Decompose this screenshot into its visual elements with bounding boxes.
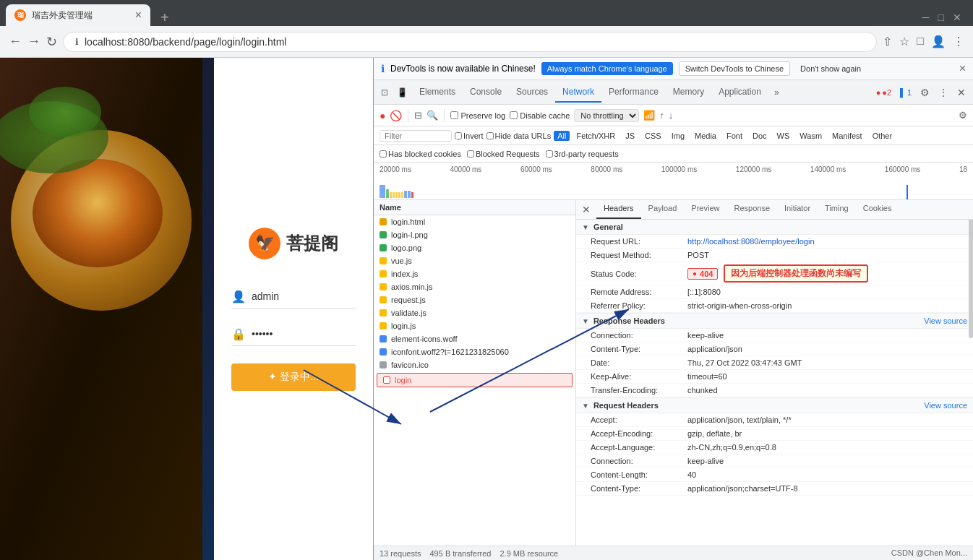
tab-response[interactable]: Response — [726, 200, 777, 219]
list-item[interactable]: login.html — [374, 215, 575, 228]
filter-input[interactable] — [380, 130, 452, 142]
no-show-button[interactable]: Don't show again — [796, 62, 865, 75]
tab-performance[interactable]: Performance — [601, 82, 666, 103]
preserve-log-label[interactable]: Preserve log — [450, 111, 505, 120]
list-item[interactable]: login.js — [374, 319, 575, 332]
menu-icon[interactable]: ⋮ — [953, 35, 964, 48]
tab-headers[interactable]: Headers — [596, 200, 641, 219]
back-button[interactable]: ← — [9, 34, 22, 49]
maximize-icon[interactable]: □ — [938, 12, 944, 23]
tab-elements[interactable]: Elements — [412, 82, 463, 103]
status-code-value: 404 — [700, 270, 713, 278]
filter-js[interactable]: JS — [622, 131, 638, 141]
password-value[interactable]: •••••• — [252, 328, 273, 340]
tab-timing[interactable]: Timing — [818, 200, 856, 219]
tab-favicon: 瑞 — [14, 9, 26, 21]
login-form: 👤 admin 🔒 •••••• ✦ 登录中... — [231, 285, 356, 391]
tab-initiator[interactable]: Initiator — [777, 200, 818, 219]
request-headers-header[interactable]: ▼ Request Headers View source — [576, 397, 973, 413]
filter-ws[interactable]: WS — [773, 131, 794, 141]
devtools-panel-icon[interactable]: ⊡ — [377, 87, 393, 98]
list-item[interactable]: logo.png — [374, 241, 575, 254]
tab-cookies[interactable]: Cookies — [856, 200, 899, 219]
filter-fetch-xhr[interactable]: Fetch/XHR — [573, 131, 619, 141]
tab-application[interactable]: Application — [711, 82, 768, 103]
download-icon[interactable]: ↓ — [669, 110, 674, 121]
hide-data-checkbox[interactable]: Hide data URLs — [486, 132, 552, 140]
close-devtools-icon[interactable]: ✕ — [953, 87, 970, 98]
tab-close-icon[interactable]: × — [135, 9, 142, 22]
response-headers-header[interactable]: ▼ Response Headers View source — [576, 313, 973, 329]
general-section-header[interactable]: ▼ General — [576, 220, 973, 235]
third-party-checkbox[interactable]: 3rd-party requests — [546, 150, 619, 158]
info-close-icon[interactable]: × — [959, 62, 966, 75]
list-item[interactable]: validate.js — [374, 306, 575, 319]
list-item[interactable]: request.js — [374, 293, 575, 306]
req-row-accept-language: Accept-Language: zh-CN,zh;q=0.9,en;q=0.8 — [576, 441, 973, 455]
online-icon[interactable]: 📶 — [643, 110, 655, 121]
scrollbar[interactable] — [969, 200, 973, 546]
filter-img[interactable]: Img — [668, 131, 688, 141]
blocked-requests-checkbox[interactable]: Blocked Requests — [467, 150, 540, 158]
filter-manifest[interactable]: Manifest — [828, 131, 866, 141]
profile-icon[interactable]: 👤 — [931, 35, 946, 48]
record-button[interactable]: ● — [380, 110, 385, 121]
star-icon[interactable]: ☆ — [899, 35, 909, 48]
referrer-row: Referrer Policy: strict-origin-when-cros… — [576, 299, 973, 313]
list-item[interactable]: axios.min.js — [374, 280, 575, 293]
login-button[interactable]: ✦ 登录中... — [231, 363, 356, 391]
filter-media[interactable]: Media — [691, 131, 720, 141]
settings-icon[interactable]: ⚙ — [916, 87, 934, 98]
new-tab-button[interactable]: + — [156, 9, 173, 26]
filter-other[interactable]: Other — [869, 131, 896, 141]
clear-button[interactable]: 🚫 — [390, 110, 402, 121]
list-item[interactable]: iconfont.woff2?t=1621231825060 — [374, 345, 575, 358]
req-row-content-type: Content-Type: application/json;charset=U… — [576, 482, 973, 496]
list-item[interactable]: login-l.png — [374, 228, 575, 241]
more-options-icon[interactable]: ⋮ — [934, 87, 953, 98]
tab-memory[interactable]: Memory — [666, 82, 711, 103]
window-icon[interactable]: □ — [917, 35, 924, 48]
browser-tab[interactable]: 瑞 瑞吉外卖管理端 × — [6, 4, 150, 26]
close-window-icon[interactable]: ✕ — [953, 12, 961, 23]
tab-more[interactable]: » — [768, 83, 785, 102]
devtools-settings-icon[interactable]: ⚙ — [959, 110, 967, 121]
device-toolbar-icon[interactable]: 📱 — [393, 87, 412, 98]
switch-chinese-button[interactable]: Switch DevTools to Chinese — [679, 61, 790, 76]
response-view-source[interactable]: View source — [924, 316, 967, 325]
filter-icon[interactable]: ⊟ — [414, 110, 422, 121]
tab-payload[interactable]: Payload — [641, 200, 685, 219]
minimize-icon[interactable]: ─ — [922, 12, 930, 23]
filter-font[interactable]: Font — [723, 131, 746, 141]
list-item-login[interactable]: login — [377, 373, 573, 387]
det-close[interactable]: ✕ — [576, 200, 596, 219]
request-view-source[interactable]: View source — [924, 401, 967, 410]
warning-badge[interactable]: ▌ 1 — [896, 87, 916, 98]
invert-checkbox[interactable]: Invert — [455, 132, 484, 140]
list-item[interactable]: element-icons.woff — [374, 332, 575, 345]
search-network-icon[interactable]: 🔍 — [427, 110, 438, 121]
filter-all[interactable]: All — [554, 131, 570, 141]
match-language-button[interactable]: Always match Chrome's language — [541, 62, 673, 75]
username-value[interactable]: admin — [252, 290, 279, 302]
list-item[interactable]: favicon.ico — [374, 358, 575, 371]
devtools-panel: ℹ DevTools is now available in Chinese! … — [373, 58, 973, 560]
list-item[interactable]: vue.js — [374, 254, 575, 267]
share-icon[interactable]: ⇧ — [883, 35, 892, 48]
tab-preview[interactable]: Preview — [684, 200, 726, 219]
upload-icon[interactable]: ↑ — [659, 110, 664, 121]
disable-cache-label[interactable]: Disable cache — [510, 111, 570, 120]
error-badge[interactable]: ● ●2 — [872, 87, 896, 98]
list-item[interactable]: index.js — [374, 267, 575, 280]
tab-console[interactable]: Console — [463, 82, 509, 103]
address-bar[interactable]: localhost:8080/backend/page/login/login.… — [85, 36, 286, 48]
blocked-cookies-checkbox[interactable]: Has blocked cookies — [380, 150, 461, 158]
tab-sources[interactable]: Sources — [509, 82, 555, 103]
filter-doc[interactable]: Doc — [749, 131, 771, 141]
filter-css[interactable]: CSS — [641, 131, 665, 141]
forward-button[interactable]: → — [27, 34, 40, 49]
tab-network[interactable]: Network — [555, 82, 601, 103]
filter-wasm[interactable]: Wasm — [796, 131, 826, 141]
throttle-select[interactable]: No throttling — [574, 109, 639, 122]
refresh-button[interactable]: ↻ — [46, 34, 57, 50]
